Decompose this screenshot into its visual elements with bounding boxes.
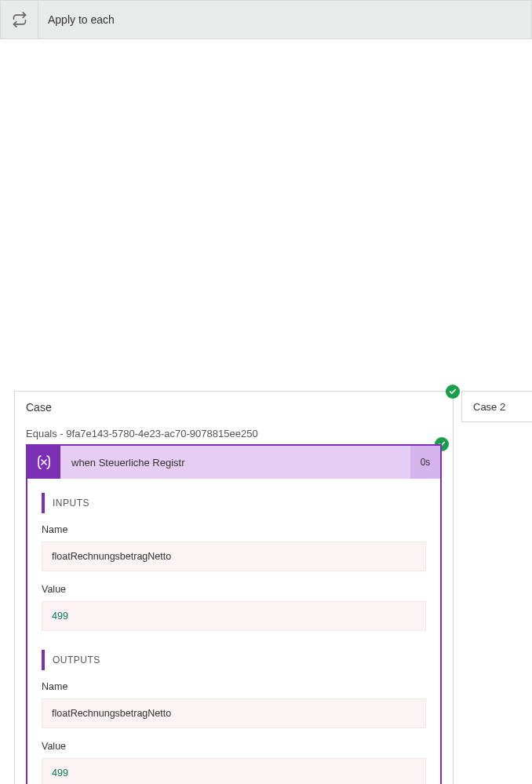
case-2-card[interactable]: Case 2 <box>461 391 532 422</box>
inputs-heading: INPUTS <box>42 493 426 513</box>
inputs-value-label: Value <box>42 584 426 595</box>
apply-to-each-title: Apply to each <box>48 13 115 26</box>
action-wrap: when Steuerliche Registr 0s INPUTS Name … <box>26 444 442 784</box>
inputs-name-label: Name <box>42 524 426 535</box>
action-duration: 0s <box>410 446 440 479</box>
outputs-name-label: Name <box>42 681 426 692</box>
outputs-heading: OUTPUTS <box>42 650 426 670</box>
case-condition: Equals - 9fa7e143-5780-4e23-ac70-9078815… <box>26 428 442 439</box>
inputs-value-value: 499 <box>42 601 426 631</box>
outputs-name-value: floatRechnungsbetragNetto <box>42 698 426 728</box>
action-body: INPUTS Name floatRechnungsbetragNetto Va… <box>27 479 440 784</box>
flow-canvas: Case Equals - 9fa7e143-5780-4e23-ac70-90… <box>0 39 532 784</box>
apply-to-each-header[interactable]: Apply to each <box>0 0 532 39</box>
case-card[interactable]: Case Equals - 9fa7e143-5780-4e23-ac70-90… <box>14 391 454 784</box>
inputs-name-value: floatRechnungsbetragNetto <box>42 542 426 571</box>
outputs-value-label: Value <box>42 741 426 752</box>
loop-icon <box>1 1 38 38</box>
action-header[interactable]: when Steuerliche Registr 0s <box>27 446 440 479</box>
case-2-title: Case 2 <box>473 401 505 413</box>
inputs-section: INPUTS Name floatRechnungsbetragNetto Va… <box>42 493 426 631</box>
outputs-value-value: 499 <box>42 758 426 784</box>
outputs-section: OUTPUTS Name floatRechnungsbetragNetto V… <box>42 650 426 784</box>
variable-icon <box>27 446 60 479</box>
case-title: Case <box>26 401 442 414</box>
action-title: when Steuerliche Registr <box>60 446 410 479</box>
success-check-icon <box>446 385 460 399</box>
action-card[interactable]: when Steuerliche Registr 0s INPUTS Name … <box>26 444 442 784</box>
